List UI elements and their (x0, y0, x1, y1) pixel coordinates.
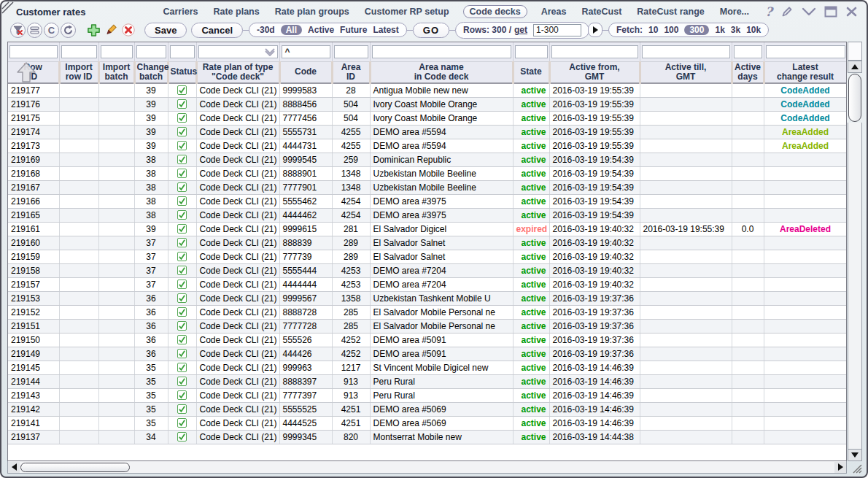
filter-input-import-row-id[interactable] (61, 45, 97, 58)
table-row[interactable]: 21917539Code Deck CLI (21)7777456504Ivor… (8, 111, 847, 125)
table-row[interactable]: 21916037Code Deck CLI (21)888839289El Sa… (8, 236, 847, 250)
filter-input-active-from[interactable] (551, 45, 638, 58)
collapse-icon[interactable] (802, 6, 816, 18)
column-header-area-id[interactable]: Area ID (332, 61, 370, 83)
vertical-scroll-thumb[interactable] (848, 74, 861, 122)
edit-icon[interactable] (780, 5, 794, 18)
menu-item-customer-rp-setup[interactable]: Customer RP setup (363, 6, 451, 18)
status-checkbox[interactable] (177, 377, 187, 386)
filter-input-area-id[interactable] (334, 45, 368, 58)
column-header-import-row-id[interactable]: Import row ID (59, 61, 98, 83)
table-row[interactable]: 21916738Code Deck CLI (21)77779011348Uzb… (8, 180, 847, 194)
scroll-down-button[interactable] (848, 449, 862, 461)
close-icon[interactable] (845, 6, 858, 18)
option-all[interactable]: All (281, 25, 302, 35)
table-row[interactable]: 21917339Code Deck CLI (21)44447314255DEM… (8, 139, 847, 153)
horizontal-scroll-thumb[interactable] (20, 463, 130, 472)
table-row[interactable]: 21917639Code Deck CLI (21)8888456504Ivor… (8, 97, 847, 111)
clear-button[interactable]: C (44, 23, 59, 38)
menu-item-more[interactable]: More... (718, 6, 751, 18)
option-10[interactable]: 10 (648, 25, 658, 35)
table-row[interactable]: 21915336Code Deck CLI (21)99995671358Uzb… (8, 291, 847, 305)
column-header-code[interactable]: Code (279, 61, 332, 83)
column-header-row-id[interactable]: Row ID (8, 61, 59, 83)
table-row[interactable]: 21915036Code Deck CLI (21)5555264252DEMO… (8, 333, 847, 347)
table-row[interactable]: 21917439Code Deck CLI (21)55557314255DEM… (8, 125, 847, 139)
status-checkbox[interactable] (177, 127, 187, 136)
table-row[interactable]: 21915737Code Deck CLI (21)44444444253DEM… (8, 277, 847, 291)
status-checkbox[interactable] (177, 169, 187, 178)
option-30d[interactable]: -30d (257, 25, 275, 35)
menu-item-carriers[interactable]: Carriers (162, 6, 200, 18)
filter-input-import-batch[interactable] (101, 45, 133, 58)
option-active[interactable]: Active (308, 25, 334, 35)
filter-input-state[interactable] (515, 45, 548, 58)
help-icon[interactable]: ? (765, 6, 772, 18)
status-checkbox[interactable] (177, 321, 187, 331)
table-row[interactable]: 21916638Code Deck CLI (21)55554624254DEM… (8, 194, 847, 208)
go-button[interactable]: GO (413, 23, 449, 38)
get-link[interactable]: get (514, 25, 527, 35)
table-row[interactable]: 21916838Code Deck CLI (21)88889011348Uzb… (8, 166, 847, 180)
menu-item-code-decks[interactable]: Code decks (463, 5, 527, 18)
status-checkbox[interactable] (177, 141, 187, 150)
clear-filter-button[interactable] (10, 23, 26, 38)
table-row[interactable]: 21914435Code Deck CLI (21)8888397913Peru… (8, 374, 847, 388)
status-checkbox[interactable] (177, 404, 187, 414)
table-row[interactable]: 21914235Code Deck CLI (21)55555254251DEM… (8, 402, 847, 416)
status-checkbox[interactable] (177, 182, 187, 192)
status-checkbox[interactable] (177, 196, 187, 206)
column-header-area-name[interactable]: Area name in Code deck (370, 61, 513, 83)
filter-input-change-batch[interactable] (136, 45, 166, 58)
column-header-import-batch[interactable]: Import batch (98, 61, 134, 83)
table-row[interactable]: 21916139Code Deck CLI (21)9999615281El S… (8, 222, 847, 236)
option-10k[interactable]: 10k (746, 25, 761, 35)
vertical-scroll-track[interactable] (848, 123, 862, 449)
rows-view-button[interactable] (27, 23, 42, 38)
table-row[interactable]: 21916538Code Deck CLI (21)44444624254DEM… (8, 208, 847, 222)
option-300[interactable]: 300 (684, 25, 709, 35)
status-checkbox[interactable] (177, 113, 187, 123)
table-row[interactable]: 21916938Code Deck CLI (21)9999545259Domi… (8, 153, 847, 166)
table-row[interactable]: 21915136Code Deck CLI (21)7777728285El S… (8, 319, 847, 333)
status-checkbox[interactable] (177, 307, 187, 317)
table-row[interactable]: 21914335Code Deck CLI (21)7777397913Peru… (8, 388, 847, 402)
cancel-button[interactable]: Cancel (191, 23, 243, 38)
delete-row-button[interactable] (121, 23, 136, 37)
status-checkbox[interactable] (177, 432, 187, 442)
status-checkbox[interactable] (177, 349, 187, 358)
filter-input-row-id[interactable] (9, 45, 58, 58)
filter-dropdown-icon[interactable] (264, 48, 276, 56)
table-row[interactable]: 21914936Code Deck CLI (21)4444264252DEMO… (8, 347, 847, 361)
table-row[interactable]: 21917739Code Deck CLI (21)999958328Antig… (8, 83, 847, 97)
menu-item-areas[interactable]: Areas (540, 6, 568, 18)
status-checkbox[interactable] (177, 335, 187, 344)
maximize-icon[interactable] (824, 6, 837, 18)
column-header-status[interactable]: Status (168, 61, 196, 83)
status-checkbox[interactable] (177, 85, 187, 95)
table-row[interactable]: 21913734Code Deck CLI (21)9999345820Mont… (8, 430, 847, 444)
status-checkbox[interactable] (177, 155, 187, 164)
option-latest[interactable]: Latest (373, 25, 398, 35)
table-row[interactable]: 21915236Code Deck CLI (21)8888728285El S… (8, 305, 847, 319)
status-checkbox[interactable] (177, 252, 187, 261)
status-checkbox[interactable] (177, 390, 187, 400)
option-100[interactable]: 100 (664, 25, 678, 35)
menu-item-rate-plan-groups[interactable]: Rate plan groups (274, 6, 351, 18)
table-row[interactable]: 21914135Code Deck CLI (21)44445254251DEM… (8, 416, 847, 430)
status-checkbox[interactable] (177, 418, 187, 428)
status-checkbox[interactable] (177, 210, 187, 220)
vertical-scrollbar[interactable] (848, 42, 862, 474)
filter-input-status[interactable] (170, 45, 195, 58)
rows-range-input[interactable] (533, 24, 581, 36)
status-checkbox[interactable] (177, 238, 187, 247)
window-drag-grip[interactable] (1, 1, 16, 16)
option-3k[interactable]: 3k (731, 25, 740, 35)
filter-input-code[interactable]: ^ (282, 45, 330, 58)
status-checkbox[interactable] (177, 280, 187, 289)
status-checkbox[interactable] (177, 99, 187, 109)
next-page-button[interactable] (588, 23, 602, 37)
refresh-button[interactable] (61, 23, 76, 38)
column-header-active-days[interactable]: Active days (732, 61, 764, 83)
horizontal-scrollbar[interactable] (7, 461, 847, 474)
